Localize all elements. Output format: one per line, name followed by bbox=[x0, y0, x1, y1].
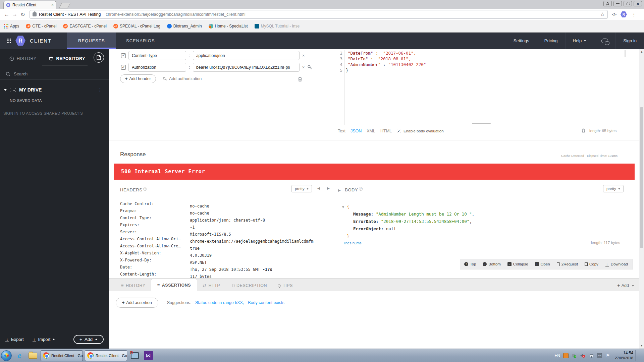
language-indicator[interactable]: EN bbox=[554, 353, 560, 358]
bookmark-apps[interactable]: Apps bbox=[4, 24, 19, 28]
bookmark-mysql-tutorial[interactable]: MySQL Tutorial - Inse bbox=[255, 24, 300, 28]
close-button[interactable]: × bbox=[634, 1, 642, 6]
scrollbar-thumb[interactable] bbox=[640, 107, 643, 248]
bookmark-biotrans-admin[interactable]: Biotrans_Admin bbox=[167, 24, 202, 28]
sign-in-button[interactable]: Sign in bbox=[615, 33, 644, 49]
export-button[interactable]: ↓ Export bbox=[5, 337, 24, 342]
sidebar-search[interactable] bbox=[0, 68, 109, 80]
clear-body-icon[interactable] bbox=[581, 128, 586, 133]
header-enabled-checkbox[interactable]: ✓ bbox=[121, 65, 126, 70]
dev-extension-icon[interactable]: </> bbox=[612, 12, 616, 16]
headers-pretty-select[interactable]: pretty bbox=[291, 185, 312, 192]
feedback-button[interactable] bbox=[594, 33, 615, 49]
app-grid-icon[interactable] bbox=[7, 39, 11, 43]
taskbar-explorer[interactable] bbox=[27, 351, 39, 361]
scroll-bottom-button[interactable]: ↓Bottom bbox=[483, 262, 500, 266]
pricing-button[interactable]: Pricing bbox=[537, 33, 565, 49]
add-button[interactable]: +Add bbox=[73, 335, 104, 344]
sidebar-tab-history[interactable]: HISTORY bbox=[9, 56, 37, 61]
help-icon[interactable]: ? bbox=[143, 187, 147, 191]
bookmark-star-icon[interactable]: ☆ bbox=[600, 11, 605, 17]
header-enabled-checkbox[interactable]: ✓ bbox=[121, 53, 126, 58]
pager-right-icon[interactable]: ▶ bbox=[327, 186, 330, 190]
show-desktop-button[interactable] bbox=[639, 349, 641, 362]
remove-header-icon[interactable]: × bbox=[302, 53, 305, 58]
tab-tips[interactable]: TIPS bbox=[272, 280, 298, 291]
pager-left-icon[interactable]: ◀ bbox=[317, 186, 320, 190]
scroll-up-icon[interactable]: ▲ bbox=[640, 50, 643, 53]
browser-tab[interactable]: R Restlet Client × bbox=[3, 1, 56, 9]
back-icon[interactable]: ← bbox=[3, 11, 11, 17]
taskbar-remote-desktop[interactable] bbox=[129, 351, 141, 361]
body-tab-xml[interactable]: XML bbox=[367, 129, 375, 133]
tab-history[interactable]: ≡HISTORY bbox=[116, 280, 151, 291]
tab-scenarios[interactable]: SCENARIOS bbox=[116, 33, 165, 49]
action-center-flag-icon[interactable]: ⚑ bbox=[605, 353, 610, 358]
request-body-editor[interactable]: 2"DateFrom" : "2017-06-01", 3"DateTo" : … bbox=[336, 50, 626, 125]
body-tab-json[interactable]: JSON bbox=[351, 129, 362, 133]
copy-button[interactable]: Copy bbox=[585, 262, 598, 266]
address-bar[interactable]: Restlet Client - REST API Testing chrome… bbox=[30, 10, 608, 19]
suggestion-status-5xx-link[interactable]: Status code in range 5XX, bbox=[195, 300, 244, 305]
search-input[interactable] bbox=[14, 71, 81, 76]
my-drive-row[interactable]: MY DRIVE ⋮ bbox=[0, 80, 109, 93]
settings-button[interactable]: Settings bbox=[506, 33, 537, 49]
download-manager-icon[interactable] bbox=[563, 353, 569, 358]
auth-key-icon[interactable] bbox=[307, 65, 312, 70]
page-scrollbar[interactable]: ▲ ▼ bbox=[639, 49, 644, 349]
collapse-button[interactable]: −Collapse bbox=[507, 262, 528, 266]
sidebar-tab-repository[interactable]: REPOSITORY bbox=[49, 56, 85, 61]
taskbar-window-chrome-1[interactable]: Restlet Client - Go... bbox=[41, 350, 83, 361]
new-tab-button[interactable] bbox=[59, 3, 70, 8]
expand-caret-icon[interactable] bbox=[4, 89, 7, 91]
download-button[interactable]: ↓Download bbox=[605, 262, 628, 266]
resize-handle[interactable] bbox=[472, 123, 491, 125]
tab-close-icon[interactable]: × bbox=[51, 3, 54, 7]
browser-menu-icon[interactable]: ⋮ bbox=[632, 12, 637, 17]
header-value-input[interactable] bbox=[193, 51, 300, 60]
taskbar-visual-studio[interactable]: ⋈ bbox=[143, 351, 154, 361]
volume-muted-icon[interactable]: × bbox=[580, 353, 585, 358]
minimize-button[interactable] bbox=[613, 1, 622, 6]
usb-icon[interactable]: ✓ bbox=[572, 353, 577, 358]
new-document-button[interactable] bbox=[94, 52, 104, 63]
add-assertion-button[interactable]: +Add assertion bbox=[116, 298, 158, 308]
scroll-top-button[interactable]: ↑Top bbox=[464, 262, 476, 266]
profile-icon[interactable] bbox=[603, 1, 612, 6]
body-pretty-select[interactable]: pretty bbox=[603, 185, 624, 192]
body-tab-html[interactable]: HTML bbox=[380, 129, 392, 133]
start-button[interactable] bbox=[1, 350, 12, 361]
bookmark-eastgate-cpanel[interactable]: cP EASTGATE - cPanel bbox=[63, 24, 106, 28]
collapse-node-icon[interactable]: ▼ bbox=[342, 205, 344, 209]
body-tab-text[interactable]: Text bbox=[338, 129, 345, 133]
add-authorization-button[interactable]: Add authorization bbox=[163, 76, 202, 81]
forward-icon[interactable]: → bbox=[11, 11, 19, 17]
to-request-button[interactable]: 2Request bbox=[557, 262, 578, 266]
header-value-input[interactable] bbox=[193, 63, 300, 72]
editor-scrollbar[interactable] bbox=[625, 50, 626, 57]
taskbar-clock[interactable]: 14:54 27/09/2018 bbox=[615, 350, 636, 361]
tab-requests[interactable]: REQUESTS bbox=[67, 33, 116, 49]
header-name-input[interactable] bbox=[128, 63, 186, 72]
taskbar-ie[interactable]: e bbox=[14, 351, 25, 361]
body-eval-checkbox[interactable]: ✓ bbox=[397, 129, 401, 133]
suggestion-body-exists-link[interactable]: Body content exists bbox=[248, 300, 284, 305]
tab-description[interactable]: DESCRIPTION bbox=[225, 280, 272, 291]
restlet-extension-icon[interactable]: R bbox=[621, 11, 627, 18]
collapse-caret-icon[interactable]: ▶ bbox=[338, 188, 341, 192]
tab-assertions[interactable]: ≡ASSERTIONS bbox=[151, 279, 197, 291]
drive-menu-icon[interactable]: ⋮ bbox=[98, 87, 102, 93]
add-header-button[interactable]: +Add header bbox=[120, 74, 156, 83]
restore-button[interactable] bbox=[624, 1, 632, 6]
line-numbers-toggle[interactable]: lines nums bbox=[344, 241, 362, 245]
delete-headers-icon[interactable] bbox=[298, 76, 303, 82]
tab-http[interactable]: ⇄HTTP bbox=[197, 280, 225, 291]
vm-icon[interactable]: vm bbox=[597, 353, 602, 358]
reload-icon[interactable]: ↻ bbox=[19, 11, 27, 18]
remove-header-icon[interactable]: × bbox=[302, 65, 305, 70]
header-name-input[interactable] bbox=[128, 51, 186, 60]
bookmark-home-specialist[interactable]: Home - SpeciaList bbox=[209, 24, 248, 28]
help-icon[interactable]: ? bbox=[359, 187, 363, 191]
scroll-down-icon[interactable]: ▼ bbox=[640, 344, 643, 347]
bookmark-special-cpanel[interactable]: cP SPECIAL - cPanel Log bbox=[113, 24, 160, 28]
